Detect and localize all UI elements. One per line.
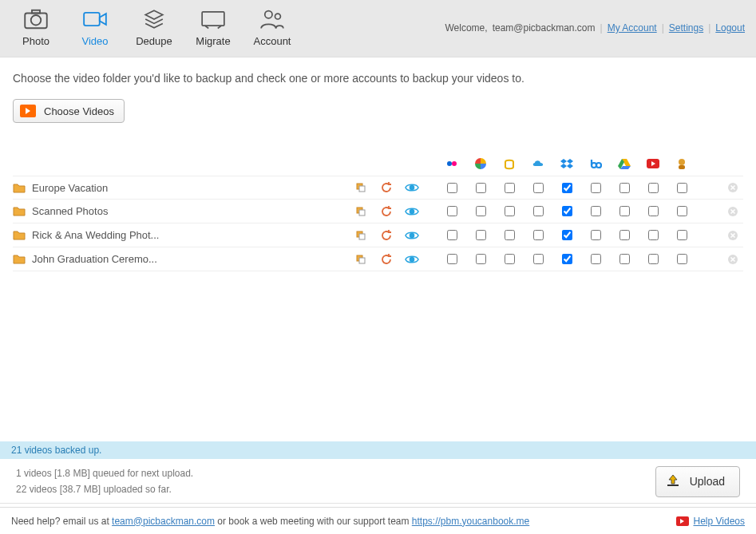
refresh-icon[interactable] [374,181,399,194]
checkbox-google-photos[interactable] [476,206,486,216]
box-icon [581,157,610,170]
checkbox-smugmug[interactable] [505,230,515,240]
checkbox-dropbox[interactable] [562,230,572,240]
checkbox-youtube[interactable] [648,254,659,264]
service-checkbox [639,206,667,216]
copy-icon[interactable] [348,253,374,266]
checkbox-google-drive[interactable] [619,183,630,193]
folder-name-cell[interactable]: Europe Vacation [13,182,348,194]
service-checkbox [610,230,639,240]
checkbox-smugmug[interactable] [505,206,515,216]
tab-account[interactable]: Account [243,8,302,47]
checkbox-youtube[interactable] [648,230,659,240]
checkbox-onedrive[interactable] [533,183,544,193]
svg-point-28 [410,257,414,261]
checkbox-flickr[interactable] [447,230,457,240]
preview-icon[interactable] [399,254,425,265]
my-account-link[interactable]: My Account [608,22,657,34]
copy-icon[interactable] [348,229,374,242]
service-checkbox [466,230,495,240]
service-checkbox [552,254,581,264]
preview-icon[interactable] [399,182,425,193]
folder-name-cell[interactable]: Rick & Ana Wedding Phot... [13,229,348,241]
folder-row: Scanned Photos [13,200,743,223]
folder-icon [13,230,26,240]
checkbox-box[interactable] [591,206,601,216]
svg-point-1 [31,15,42,26]
video-camera-icon [83,8,107,30]
checkbox-google-drive[interactable] [619,230,630,240]
remove-folder-icon[interactable] [722,254,744,265]
checkbox-google-photos[interactable] [476,254,486,264]
checkbox-google-drive[interactable] [619,254,630,264]
folder-name-cell[interactable]: John Graduation Ceremo... [13,253,348,265]
checkbox-onedrive[interactable] [533,206,544,216]
svg-rect-13 [679,165,685,169]
tab-video[interactable]: Video [65,8,125,47]
checkbox-dropbox[interactable] [562,206,572,216]
status-strip: 21 videos backed up. [0,441,756,459]
checkbox-box[interactable] [591,230,601,240]
remove-folder-icon[interactable] [722,230,744,241]
checkbox-onedrive[interactable] [533,254,544,264]
checkbox-youtube[interactable] [648,183,659,193]
choose-videos-button[interactable]: Choose Videos [13,99,125,123]
settings-link[interactable]: Settings [669,22,703,34]
service-checkbox [437,254,466,264]
checkbox-flickr[interactable] [447,183,457,193]
checkbox-box[interactable] [591,254,601,264]
checkbox-onedrive[interactable] [533,230,544,240]
uploaded-text: 22 videos [38.7 MB] uploaded so far. [16,481,193,497]
checkbox-flickr[interactable] [447,206,457,216]
instruction-text: Choose the video folder you'd like to ba… [13,72,743,85]
checkbox-google-drive[interactable] [619,206,630,216]
remove-folder-icon[interactable] [722,206,744,217]
checkbox-other[interactable] [677,254,687,264]
tab-dedupe[interactable]: Dedupe [125,8,184,47]
help-videos-label[interactable]: Help Videos [694,516,746,527]
checkbox-smugmug[interactable] [505,183,515,193]
service-checkbox [581,206,610,216]
folder-icon [13,183,26,193]
checkbox-google-photos[interactable] [476,230,486,240]
separator: | [662,22,664,34]
refresh-icon[interactable] [374,253,399,266]
checkbox-youtube[interactable] [648,206,659,216]
camera-icon [24,8,48,30]
service-checkbox [581,183,610,193]
copy-icon[interactable] [348,205,374,218]
remove-folder-icon[interactable] [722,182,744,193]
svg-rect-19 [359,210,365,216]
checkbox-dropbox[interactable] [562,183,572,193]
checkbox-other[interactable] [677,206,687,216]
svg-rect-30 [667,485,679,486]
checkbox-dropbox[interactable] [562,254,572,264]
checkbox-box[interactable] [591,183,601,193]
google-drive-icon [610,157,639,170]
help-email-link[interactable]: team@picbackman.com [112,516,215,527]
help-book-link[interactable]: https://pbm.youcanbook.me [412,516,529,527]
status-strip-text: 21 videos backed up. [11,445,101,456]
refresh-icon[interactable] [374,229,399,242]
preview-icon[interactable] [399,230,425,241]
copy-icon[interactable] [348,181,374,194]
checkbox-google-photos[interactable] [476,183,486,193]
folder-name-cell[interactable]: Scanned Photos [13,205,348,217]
folder-table: Europe VacationScanned PhotosRick & Ana … [13,152,743,271]
tab-label: Migrate [196,35,230,47]
youtube-icon [639,157,667,170]
help-videos-link[interactable]: Help Videos [676,516,746,527]
checkbox-smugmug[interactable] [505,254,515,264]
logout-link[interactable]: Logout [715,22,745,34]
checkbox-other[interactable] [677,183,687,193]
youtube-icon [676,516,689,526]
tab-migrate[interactable]: Migrate [184,8,243,47]
checkbox-flickr[interactable] [447,254,457,264]
upload-button[interactable]: Upload [655,466,740,497]
main-content: Choose the video folder you'd like to ba… [0,57,756,271]
refresh-icon[interactable] [374,205,399,218]
preview-icon[interactable] [399,206,425,217]
service-checkbox [495,183,524,193]
tab-photo[interactable]: Photo [6,8,65,47]
checkbox-other[interactable] [677,230,687,240]
